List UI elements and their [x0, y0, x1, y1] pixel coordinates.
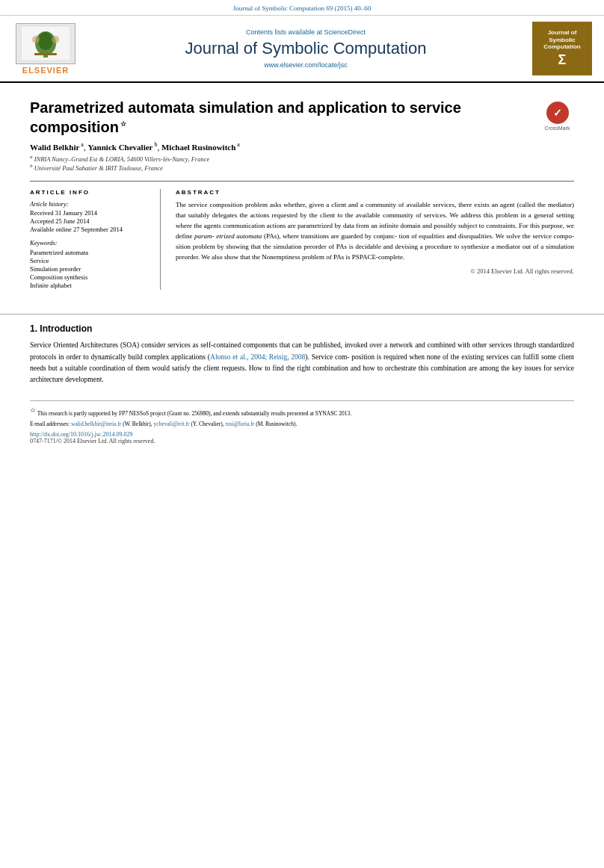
received-date: Received 31 January 2014 [30, 209, 149, 217]
sigma-icon: Σ [558, 52, 567, 68]
section-divider [0, 314, 604, 314]
abstract-column: ABSTRACT The service composition problem… [176, 189, 574, 290]
footnote-star-icon: ☆ [30, 406, 36, 414]
crossmark-icon: ✓ [546, 102, 569, 124]
intro-heading: 1. Introduction [30, 323, 574, 334]
elsevier-logo: ELSEVIER [12, 23, 79, 75]
history-label: Article history: [30, 200, 149, 208]
page-footer: ☆ This research is partly supported by F… [30, 400, 574, 444]
introduction-section: 1. Introduction Service Oriented Archite… [0, 323, 604, 385]
svg-point-6 [52, 36, 59, 43]
article-history-section: Article history: Received 31 January 201… [30, 200, 149, 233]
svg-rect-4 [34, 53, 57, 55]
paper-title-section: Parametrized automata simulation and app… [30, 98, 574, 137]
article-info-heading: ARTICLE INFO [30, 189, 149, 196]
where-word: where [176, 222, 192, 229]
keyword-1: Parametrized automata [30, 249, 149, 256]
author-3: Michael Rusinowitch [161, 143, 235, 152]
svg-point-3 [38, 32, 53, 50]
elsevier-brand-text: ELSEVIER [22, 66, 69, 75]
email-link-3[interactable]: rusi@loria.fr [225, 421, 254, 427]
elsevier-logo-image [16, 23, 76, 64]
abstract-text: The service composition problem asks whe… [176, 200, 574, 263]
footnote-emails: E-mail addresses: walid.belkhir@inria.fr… [30, 420, 574, 428]
affiliation-b: b Université Paul Sabatier & IRIT Toulou… [30, 163, 574, 172]
footnote-research: ☆ This research is partly supported by F… [30, 406, 574, 418]
author-2: Yannick Chevalier [87, 143, 152, 152]
italic-term-parametrized: param- etrized automata [194, 232, 262, 240]
article-info-column: ARTICLE INFO Article history: Received 3… [30, 189, 161, 290]
sciencedirect-link[interactable]: ScienceDirect [324, 28, 366, 36]
available-date: Available online 27 September 2014 [30, 226, 149, 233]
where-word-2: where [283, 232, 299, 240]
authors-line: Walid Belkhir a, Yannick Chevalier b, Mi… [30, 141, 574, 152]
keywords-label: Keywords: [30, 239, 149, 247]
keyword-3: Simulation preorder [30, 265, 149, 273]
main-content: Parametrized automata simulation and app… [0, 83, 604, 305]
journal-main-title: Journal of Symbolic Computation [87, 39, 525, 58]
issn-line: 0747-7171/© 2014 Elsevier Ltd. All right… [30, 438, 574, 444]
journal-logo-title: Journal ofSymbolicComputation [543, 29, 580, 51]
email-link-1[interactable]: walid.belkhir@inria.fr [71, 421, 121, 427]
svg-point-5 [32, 36, 40, 43]
crossmark-label: CrossMark [545, 125, 570, 131]
keyword-5: Infinite alphabet [30, 282, 149, 289]
keyword-2: Service [30, 257, 149, 264]
affiliation-a: a INRIA Nancy–Grand Est & LORIA, 54600 V… [30, 154, 574, 163]
keywords-section: Keywords: Parametrized automata Service … [30, 239, 149, 289]
ref-alonso[interactable]: Alonso et al., 2004; Reisig, 2008 [210, 353, 305, 361]
abstract-heading: ABSTRACT [176, 189, 574, 196]
author-1: Walid Belkhir [30, 143, 79, 152]
affiliations: a INRIA Nancy–Grand Est & LORIA, 54600 V… [30, 154, 574, 173]
title-star: ☆ [119, 120, 127, 128]
journal-reference: Journal of Symbolic Computation 69 (2015… [0, 0, 604, 16]
journal-logo-right: Journal ofSymbolicComputation Σ [532, 22, 592, 75]
accepted-date: Accepted 25 June 2014 [30, 217, 149, 225]
doi-link[interactable]: http://dx.doi.org/10.1016/j.jsc.2014.09.… [30, 431, 574, 438]
journal-header: ELSEVIER Contents lists available at Sci… [0, 16, 604, 83]
email-link-2[interactable]: ychevali@irit.fr [154, 421, 190, 427]
paper-title: Parametrized automata simulation and app… [30, 98, 533, 137]
contents-line: Contents lists available at ScienceDirec… [87, 28, 525, 36]
title-container: Parametrized automata simulation and app… [30, 98, 533, 137]
article-columns: ARTICLE INFO Article history: Received 3… [30, 181, 574, 290]
keyword-4: Composition synthesis [30, 273, 149, 281]
journal-title-center: Contents lists available at ScienceDirec… [87, 28, 525, 69]
intro-text: Service Oriented Architectures (SOA) con… [30, 340, 574, 385]
crossmark-badge: ✓ CrossMark [540, 102, 574, 131]
copyright-line: © 2014 Elsevier Ltd. All rights reserved… [176, 267, 574, 275]
journal-url[interactable]: www.elsevier.com/locate/jsc [87, 61, 525, 69]
